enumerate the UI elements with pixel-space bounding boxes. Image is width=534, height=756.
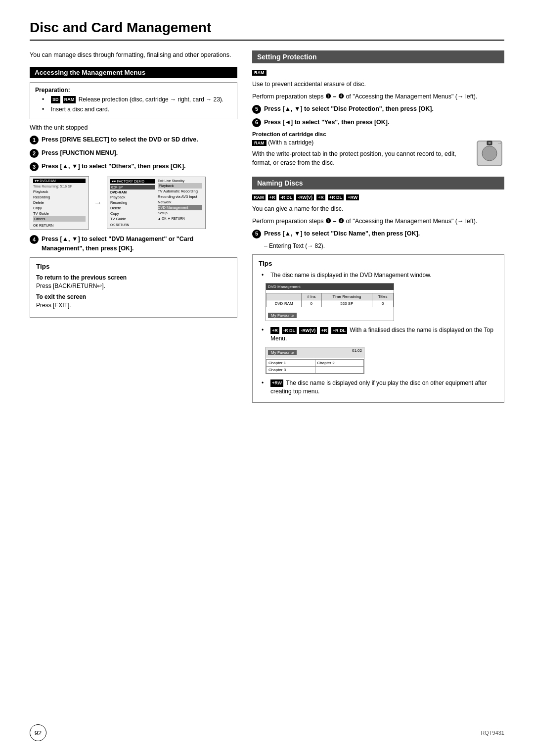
unit-stopped-text: With the unit stopped [30, 124, 237, 131]
step-5-sp: 5 Press [▲, ▼] to select "Disc Protectio… [252, 104, 504, 114]
fav-label: My Favourite [268, 313, 297, 318]
naming-media-badges: RAM +R -R DL -RW(V) +R +R DL +RW [252, 194, 504, 200]
cartridge-badge: RAM [252, 140, 267, 146]
dvd-mgmt-table-container: DVD Management # Ins Time Remaining Titl… [266, 283, 394, 321]
tips-title-right: Tips [259, 260, 498, 267]
page-container: Disc and Card Management You can manage … [0, 0, 534, 438]
tips-box-left: Tips To return to the previous screen Pr… [30, 257, 237, 318]
main-content: You can manage discs through formatting,… [30, 50, 504, 409]
page-title: Disc and Card Management [30, 20, 504, 41]
step-1-text: Press [DRIVE SELECT] to select the DVD o… [42, 135, 237, 144]
nd-desc1: You can give a name for the disc. [252, 204, 504, 214]
step-4: 4 Press [▲, ▼] to select "DVD Management… [30, 235, 237, 253]
screen-box-2: ♥♥ FACTORY DEMO 0:34 SP DVD-RAM Playback… [107, 177, 206, 229]
left-column: You can manage discs through formatting,… [30, 50, 237, 409]
nd-desc2: Perform preparation steps ❶ – ❹ of "Acce… [252, 217, 504, 226]
arrow-right-icon: → [94, 198, 102, 207]
page-footer: 92 RQT9431 [30, 724, 504, 741]
top-menu-table-container: My Favourite 01:02 Chapter 1 Chapter 2 C… [266, 347, 364, 374]
svg-rect-1 [482, 146, 497, 161]
step-2-text: Press [FUNCTION MENU]. [42, 148, 237, 158]
return-subtitle: To return to the previous screen [36, 274, 231, 281]
badge-minus-rw-v: -RW(V) [296, 194, 314, 200]
rqt-code: RQT9431 [481, 730, 504, 736]
badge-minus-r-dl: -R DL [279, 194, 294, 200]
badge-ram: RAM [252, 194, 266, 200]
tips-box-right: Tips The disc name is displayed in the D… [252, 254, 504, 403]
step-1: 1 Press [DRIVE SELECT] to select the DVD… [30, 135, 237, 144]
step-3: 3 Press [▲, ▼] to select "Others", then … [30, 162, 237, 171]
intro-text: You can manage discs through formatting,… [30, 50, 237, 60]
protection-diagram: W → [475, 139, 504, 170]
screen-box-1: ♥♥ DVD-RAM Time Remaining: 5:16 SP Playb… [30, 176, 89, 230]
step-4-text: Press [▲, ▼] to select "DVD Management" … [42, 235, 237, 253]
return-text: Press [BACK/RETURN↩]. [36, 282, 231, 290]
cartridge-note: (With a cartridge) [268, 139, 313, 146]
accessing-header: Accessing the Management Menus [30, 67, 237, 78]
tips-title-left: Tips [36, 263, 231, 270]
svg-text:W: W [489, 142, 491, 144]
badge-plus-rw: +RW [346, 194, 359, 200]
tip-1: The disc name is displayed in the DVD Ma… [264, 271, 498, 280]
sp-desc2: Perform preparation steps ❶ – ❹ of "Acce… [252, 92, 504, 101]
ram-badge-sp: RAM [252, 70, 267, 76]
mgmt-table: # Ins Time Remaining Titles DVD-RAM 0 52… [266, 293, 394, 307]
step-3-text: Press [▲, ▼] to select "Others", then pr… [42, 162, 237, 171]
exit-subtitle: To exit the screen [36, 293, 231, 300]
page-number: 92 [30, 724, 46, 741]
setting-protection-content: RAM Use to prevent accidental erasure of… [252, 68, 504, 171]
tip-3: +RW The disc name is displayed only if y… [264, 379, 498, 396]
screen-diagram: ♥♥ DVD-RAM Time Remaining: 5:16 SP Playb… [30, 176, 237, 230]
naming-discs-header: Naming Discs [252, 177, 504, 189]
exit-text: Press [EXIT]. [36, 301, 231, 310]
preparation-box: Preparation: SD RAM Release protection (… [30, 82, 237, 120]
ram-badge-prep: RAM [63, 96, 76, 103]
badge-plus-r: +R [268, 194, 277, 200]
svg-text:→: → [497, 140, 502, 145]
prep-title: Preparation: [35, 87, 232, 94]
badge-plus-r-2: +R [316, 194, 325, 200]
step-6-sp: 6 Press [◄] to select "Yes", then press … [252, 118, 504, 127]
cartridge-title: Protection of cartridge disc [252, 131, 504, 137]
sd-badge: SD [51, 96, 60, 103]
setting-protection-header: Setting Protection [252, 50, 504, 63]
tip-2: +R -R DL -RW(V) +R +R DL With a finalise… [259, 326, 498, 343]
top-menu-fav-label: My Favourite [268, 350, 297, 355]
badge-plus-r-dl: +R DL [328, 194, 344, 200]
step-5-nd: 5 Press [▲, ▼] to select "Disc Name", th… [252, 229, 504, 238]
sp-desc1: Use to prevent accidental erasure of dis… [252, 80, 504, 89]
cartridge-desc: With the write-protect tab in the protec… [252, 149, 470, 168]
prep-item-1: SD RAM Release protection (disc, cartrid… [39, 95, 232, 104]
step-2: 2 Press [FUNCTION MENU]. [30, 148, 237, 158]
right-column: Setting Protection RAM Use to prevent ac… [252, 50, 504, 409]
prep-item-2: Insert a disc and card. [39, 105, 232, 114]
entering-text: – Entering Text (→ 82). [264, 242, 504, 249]
